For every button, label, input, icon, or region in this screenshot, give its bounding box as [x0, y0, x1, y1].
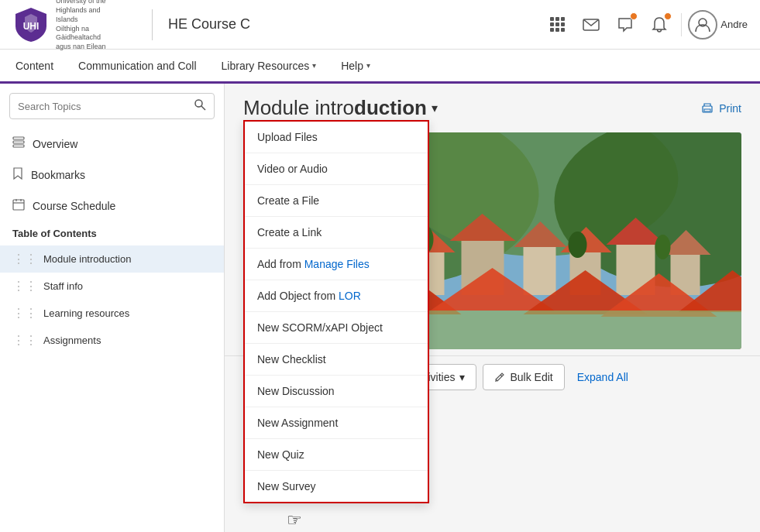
drag-handle: ⋮⋮	[12, 333, 37, 348]
bell-badge	[664, 12, 672, 20]
course-schedule-label: Course Schedule	[33, 200, 115, 212]
dropdown-item-survey[interactable]: New Survey	[245, 471, 428, 502]
svg-rect-13	[704, 109, 710, 112]
overview-icon	[12, 136, 25, 152]
pencil-icon	[494, 372, 505, 383]
svg-rect-6	[13, 141, 24, 143]
sidebar-item-schedule[interactable]: Course Schedule	[0, 190, 224, 221]
logo-area: UHI University of theHighlands and Islan…	[12, 0, 136, 52]
nav-help[interactable]: Help ▾	[338, 49, 373, 83]
svg-line-4	[201, 106, 205, 110]
svg-rect-7	[13, 145, 24, 147]
dropdown-item-lor[interactable]: Add Object from LOR	[245, 280, 428, 312]
svg-text:UHI: UHI	[23, 21, 40, 32]
title-text: Module introduction	[243, 96, 427, 120]
toc-label-learning-resources: Learning resources	[43, 307, 211, 319]
dropdown-item-discussion[interactable]: New Discussion	[245, 376, 428, 407]
toc-label-staff-info: Staff info	[43, 280, 211, 292]
toc-item-module-intro[interactable]: ⋮⋮ Module introduction	[0, 245, 224, 273]
bookmark-icon	[12, 167, 23, 183]
bookmarks-label: Bookmarks	[31, 169, 85, 181]
dropdown-item-create-link[interactable]: Create a Link	[245, 217, 428, 249]
mail-button[interactable]	[576, 9, 607, 40]
university-logo: UHI	[12, 6, 50, 43]
dropdown-item-upload-files[interactable]: Upload Files	[245, 122, 428, 153]
search-icon[interactable]	[194, 98, 206, 114]
search-input[interactable]	[18, 101, 194, 112]
user-name[interactable]: Andre	[720, 19, 748, 30]
grid-icon	[550, 17, 565, 32]
svg-rect-28	[524, 247, 556, 295]
toc-label-module-intro: Module introduction	[43, 253, 211, 265]
nav-communication[interactable]: Communication and Coll	[75, 49, 200, 83]
bulk-edit-label: Bulk Edit	[510, 371, 552, 383]
toc-item-assignments[interactable]: ⋮⋮ Assignments	[0, 327, 224, 354]
header-separator	[681, 13, 682, 36]
user-avatar[interactable]	[688, 10, 717, 39]
chat-button[interactable]	[610, 9, 641, 40]
toc-item-staff-info[interactable]: ⋮⋮ Staff info	[0, 273, 224, 300]
dropdown-item-quiz[interactable]: New Quiz	[245, 439, 428, 471]
header-divider	[152, 9, 153, 40]
svg-point-39	[655, 235, 671, 259]
nav-library[interactable]: Library Resources ▾	[218, 49, 320, 83]
sidebar: Overview Bookmarks Course Schedule Table…	[0, 84, 225, 532]
university-name: University of theHighlands and IslandsOi…	[56, 0, 118, 52]
drag-handle: ⋮⋮	[12, 306, 37, 321]
avatar-icon	[694, 16, 711, 33]
nav-content[interactable]: Content	[12, 49, 57, 83]
content-title: Module introduction ▾	[243, 96, 438, 120]
dropdown-item-assignment[interactable]: New Assignment	[245, 407, 428, 439]
svg-rect-8	[13, 200, 24, 210]
bell-button[interactable]	[644, 9, 675, 40]
svg-rect-5	[13, 137, 24, 139]
upload-create-dropdown: Upload Files Video or Audio Create a Fil…	[243, 120, 429, 503]
grid-menu-button[interactable]	[542, 9, 573, 40]
library-chevron: ▾	[312, 61, 316, 70]
sidebar-item-bookmarks[interactable]: Bookmarks	[0, 160, 224, 190]
dropdown-item-create-file[interactable]: Create a File	[245, 185, 428, 217]
svg-point-3	[195, 100, 202, 107]
print-button[interactable]: Print	[700, 102, 741, 115]
print-icon	[700, 102, 714, 115]
drag-handle: ⋮⋮	[12, 279, 37, 293]
chat-badge	[630, 12, 638, 20]
bulk-edit-button[interactable]: Bulk Edit	[483, 364, 564, 390]
drag-handle: ⋮⋮	[12, 252, 37, 266]
course-title: HE Course C	[168, 16, 532, 33]
mail-icon	[583, 19, 600, 31]
dropdown-item-scorm[interactable]: New SCORM/xAPI Object	[245, 312, 428, 344]
toc-label-assignments: Assignments	[43, 335, 211, 346]
overview-label: Overview	[33, 138, 77, 150]
help-chevron: ▾	[366, 61, 370, 70]
dropdown-item-manage-files[interactable]: Add from Manage Files	[245, 249, 428, 280]
top-header: UHI University of theHighlands and Islan…	[0, 0, 760, 50]
dropdown-item-checklist[interactable]: New Checklist	[245, 344, 428, 376]
calendar-icon	[12, 198, 25, 214]
title-chevron[interactable]: ▾	[432, 101, 438, 115]
sidebar-item-overview[interactable]: Overview	[0, 129, 224, 160]
nav-bar: Content Communication and Coll Library R…	[0, 50, 760, 84]
header-icons: Andre	[542, 9, 748, 40]
toc-item-learning-resources[interactable]: ⋮⋮ Learning resources	[0, 300, 224, 327]
toc-header: Table of Contents	[0, 221, 224, 245]
dropdown-item-video-audio[interactable]: Video or Audio	[245, 153, 428, 185]
search-box	[9, 93, 215, 119]
print-label: Print	[719, 102, 741, 115]
svg-point-38	[569, 232, 587, 258]
lor-highlight: LOR	[339, 290, 361, 302]
svg-line-48	[500, 375, 502, 376]
existing-chevron: ▾	[459, 371, 465, 383]
manage-files-highlight: Manage Files	[304, 258, 370, 270]
expand-all-link[interactable]: Expand All	[577, 371, 628, 383]
